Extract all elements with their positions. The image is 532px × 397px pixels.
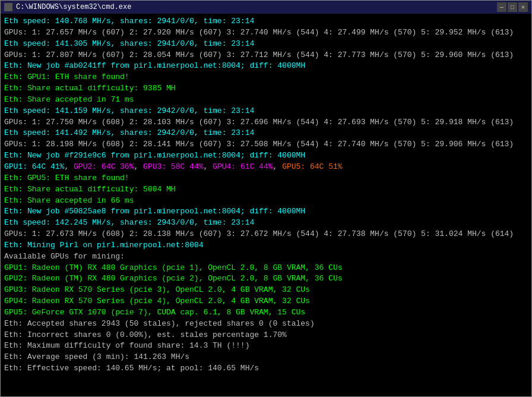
console-line: Eth: Share accepted in 71 ms — [4, 94, 528, 106]
console-line: Eth: Average speed (3 min): 141.263 MH/s — [4, 352, 528, 363]
console-line: GPUs: 1: 28.198 MH/s (608) 2: 28.141 MH/… — [4, 139, 528, 150]
console-line: Eth: New job #ab0241ff from pirl.minerpo… — [4, 61, 528, 72]
maximize-button[interactable]: □ — [508, 2, 517, 12]
console-line: Eth: Maximum difficulty of found share: … — [4, 341, 528, 352]
console-line: GPU5: GeForce GTX 1070 (pcie 7), CUDA ca… — [4, 307, 528, 319]
console-line: GPUs: 1: 27.750 MH/s (608) 2: 28.103 MH/… — [4, 117, 528, 128]
console-line: Eth: New job #f291e9c6 from pirl.minerpo… — [4, 150, 528, 162]
console-line: GPU1: Radeon (TM) RX 480 Graphics (pcie … — [4, 263, 528, 274]
console-line: GPUs: 1: 27.673 MH/s (608) 2: 28.138 MH/… — [4, 229, 528, 240]
console-line: GPU3: Radeon RX 570 Series (pcie 3), Ope… — [4, 285, 528, 296]
titlebar-left: C:\WINDOWS\system32\cmd.exe — [4, 3, 131, 11]
console-line: Eth: Accepted shares 2943 (50 stales), r… — [4, 319, 528, 330]
console-line: Eth speed: 142.245 MH/s, shares: 2943/0/… — [4, 218, 528, 229]
console-line: Eth: Share accepted in 66 ms — [4, 196, 528, 207]
console-line: Eth speed: 140.768 MH/s, shares: 2941/0/… — [4, 16, 528, 27]
console-line: Available GPUs for mining: — [4, 251, 528, 263]
console-line: Eth: Mining Pirl on pirl.minerpool.net:8… — [4, 240, 528, 251]
console-line: Eth: Share actual difficulty: 9385 MH — [4, 83, 528, 94]
titlebar-controls: — □ ✕ — [497, 2, 528, 12]
console-line: Eth speed: 141.305 MH/s, shares: 2941/0/… — [4, 39, 528, 50]
console-line: GPU4: Radeon RX 570 Series (pcie 4), Ope… — [4, 296, 528, 307]
console-line: Eth: GPU5: ETH share found! — [4, 173, 528, 184]
console-line: Eth: New job #50825ae8 from pirl.minerpo… — [4, 206, 528, 218]
console-line: GPUs: 1: 27.807 MH/s (607) 2: 28.054 MH/… — [4, 50, 528, 61]
console-line: Eth: Incorrect shares 0 (0.00%), est. st… — [4, 330, 528, 341]
console-line: Eth speed: 141.159 MH/s, shares: 2942/0/… — [4, 106, 528, 117]
console-line: Eth: Effective speed: 140.65 MH/s; at po… — [4, 363, 528, 374]
minimize-button[interactable]: — — [497, 2, 506, 12]
titlebar-title: C:\WINDOWS\system32\cmd.exe — [16, 3, 131, 11]
console-line: GPU2: Radeon (TM) RX 480 Graphics (pcie … — [4, 273, 528, 285]
console-line: GPU1: 64C 41%, GPU2: 64C 36%, GPU3: 58C … — [4, 162, 528, 173]
titlebar: C:\WINDOWS\system32\cmd.exe — □ ✕ — [1, 1, 531, 14]
cmd-icon — [4, 3, 12, 11]
console-output: Eth speed: 140.768 MH/s, shares: 2941/0/… — [1, 14, 531, 396]
console-line: Eth: Share actual difficulty: 5004 MH — [4, 184, 528, 196]
console-line: Eth: GPU1: ETH share found! — [4, 72, 528, 83]
console-line: GPUs: 1: 27.657 MH/s (607) 2: 27.920 MH/… — [4, 27, 528, 39]
cmd-window: C:\WINDOWS\system32\cmd.exe — □ ✕ Eth sp… — [0, 0, 532, 397]
close-button[interactable]: ✕ — [518, 2, 528, 12]
console-line: Eth speed: 141.492 MH/s, shares: 2942/0/… — [4, 128, 528, 139]
